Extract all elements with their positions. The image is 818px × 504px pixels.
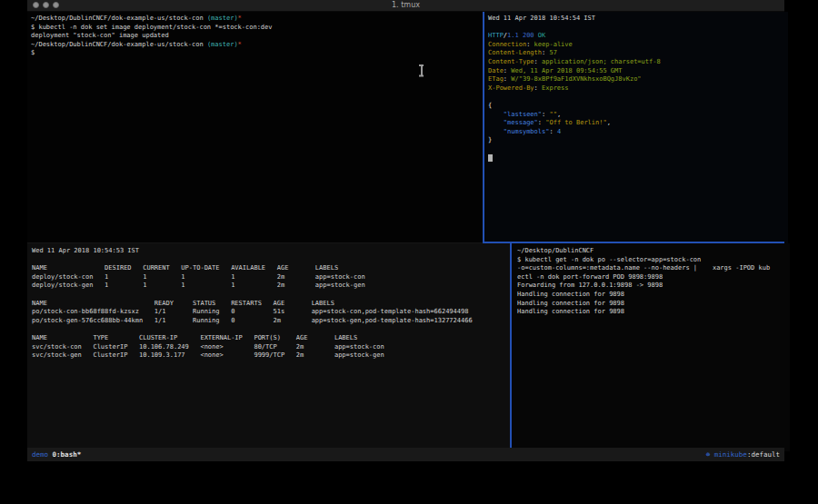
terminal-line: Wed 11 Apr 2018 10:54:54 IST [488,15,788,24]
terminal-line: ectl -n dok port-forward POD 9898:9898 [517,273,790,282]
terminal-line: NAME DESIRED CURRENT UP-TO-DATE AVAILABL… [32,264,514,273]
pane-divider-vertical-top[interactable] [483,12,484,243]
kubernetes-icon: ☸ [706,450,714,459]
terminal-line: deploy/stock-gen 1 1 1 1 2m app=stock-ge… [32,282,514,291]
terminal-line [488,24,788,33]
status-left: demo 0:bash* [32,448,81,461]
terminal-line [32,325,514,334]
terminal-line [488,154,788,163]
terminal-line: deploy/stock-con 1 1 1 1 2m app=stock-co… [32,273,514,282]
terminal-line: -o=custom-columns=:metadata.name --no-he… [517,264,790,273]
terminal-line: Handling connection for 9898 [517,291,790,300]
terminal-line: $ kubectl -n dok set image deployment/st… [31,24,486,33]
tmux-status-bar: demo 0:bash* ☸ minikube:default [27,448,784,461]
tmux-content: ~/Desktop/DublinCNCF/dok-example-us/stoc… [27,12,784,448]
terminal-line: NAME READY STATUS RESTARTS AGE LABELS [32,300,514,309]
session-name: demo [32,450,48,459]
terminal-line: Forwarding from 127.0.0.1:9898 -> 9898 [517,282,790,291]
terminal-line: HTTP/1.1 200 OK [488,32,788,41]
terminal-line: } [488,136,788,145]
terminal-line: ~/Desktop/DublinCNCF/dok-example-us/stoc… [31,41,486,50]
terminal-line: Content-Length: 57 [488,49,788,58]
terminal-line: { [488,102,788,111]
pane-kubectl-watch[interactable]: Wed 11 Apr 2018 10:54:53 IST NAME DESIRE… [27,243,514,451]
terminal-window: 1. tmux ~/Desktop/DublinCNCF/dok-example… [27,0,784,461]
terminal-line: Date: Wed, 11 Apr 2018 09:54:55 GMT [488,67,788,76]
kube-context: minikube [714,450,747,459]
terminal-line: $ [31,49,486,58]
window-title: 1. tmux [27,0,784,11]
terminal-line: po/stock-gen-576cc688bb-44kmn 1/1 Runnin… [32,317,514,326]
terminal-line [488,145,788,154]
terminal-line: Handling connection for 9898 [517,308,790,317]
terminal-line: ETag: W/"39-8xBPf9aF1dXVNkhsxoBQgJ8vKzo" [488,75,788,84]
pane-http-response[interactable]: Wed 11 Apr 2018 10:54:54 IST HTTP/1.1 20… [484,12,788,244]
terminal-line: $ kubectl get -n dok po --selector=app=s… [517,256,790,265]
terminal-line: Wed 11 Apr 2018 10:54:53 IST [32,247,514,256]
status-right: ☸ minikube:default [706,448,780,461]
text-cursor-pointer [418,64,424,76]
terminal-line: "lastseen": "", [488,111,788,120]
terminal-line: svc/stock-con ClusterIP 10.106.78.249 <n… [32,343,514,352]
pane-divider-horizontal-left[interactable] [27,242,483,243]
terminal-line: "numsymbols": 4 [488,128,788,137]
pane-port-forward[interactable]: ~/Desktop/DublinCNCF$ kubectl get -n dok… [512,243,790,451]
terminal-line: Content-Type: application/json; charset=… [488,58,788,67]
terminal-line: "message": "Off to Berlin!", [488,119,788,128]
terminal-line [488,93,788,102]
terminal-line: NAME TYPE CLUSTER-IP EXTERNAL-IP PORT(S)… [32,334,514,343]
terminal-line: ~/Desktop/DublinCNCF/dok-example-us/stoc… [31,15,486,24]
terminal-line: po/stock-con-bb68f88fd-kzsxz 1/1 Running… [32,308,514,317]
terminal-line: ~/Desktop/DublinCNCF [517,247,790,256]
terminal-line: Connection: keep-alive [488,41,788,50]
window-titlebar[interactable]: 1. tmux [27,0,784,12]
terminal-cursor [488,154,493,162]
terminal-line [32,256,514,265]
terminal-line: deployment "stock-con" image updated [31,32,486,41]
terminal-line: X-Powered-By: Express [488,84,788,94]
window-tab-bash[interactable]: 0:bash* [53,450,82,459]
kube-namespace: :default [747,450,780,459]
pane-divider-horizontal-right[interactable] [483,242,784,243]
pane-shell[interactable]: ~/Desktop/DublinCNCF/dok-example-us/stoc… [27,12,486,244]
pane-divider-vertical-bottom[interactable] [510,243,512,448]
terminal-line [32,291,514,300]
terminal-line: svc/stock-gen ClusterIP 10.109.3.177 <no… [32,351,514,361]
terminal-line: Handling connection for 9898 [517,300,790,309]
